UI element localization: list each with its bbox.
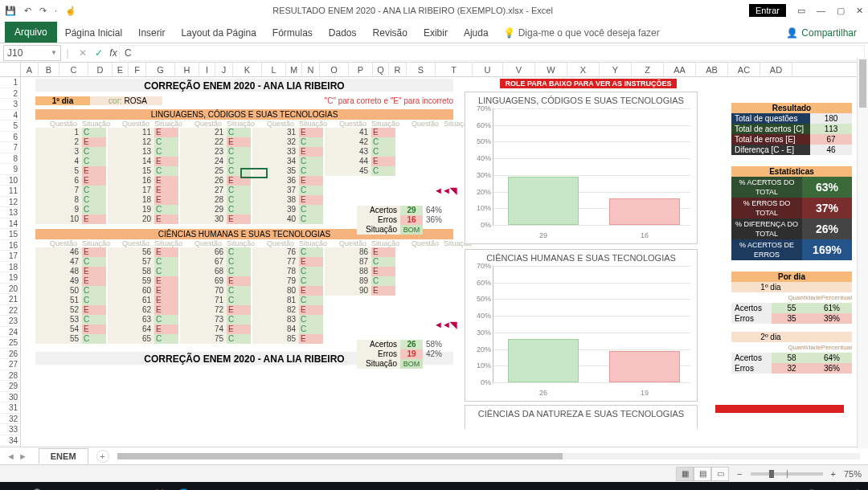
question-row[interactable]: 54E <box>35 325 108 334</box>
question-row[interactable]: 1C <box>35 128 108 137</box>
question-row[interactable]: 65C <box>108 334 180 344</box>
row-12[interactable]: 12 <box>0 197 20 208</box>
tab-help[interactable]: Ajuda <box>456 23 497 43</box>
row-22[interactable]: 22 <box>0 305 20 316</box>
view-normal-icon[interactable]: ▦ <box>676 467 694 481</box>
chrome-icon[interactable]: ◉ <box>125 484 145 490</box>
app-icon[interactable]: ▣ <box>391 484 410 490</box>
row-20[interactable]: 20 <box>0 284 20 295</box>
question-row[interactable]: 41E <box>325 128 397 137</box>
question-row[interactable]: 47C <box>35 257 108 267</box>
col-M[interactable]: M <box>286 63 302 76</box>
col-G[interactable]: G <box>146 63 175 76</box>
app-icon[interactable]: ▣ <box>415 484 434 490</box>
question-row[interactable]: 61E <box>108 296 180 305</box>
question-row[interactable]: 2E <box>35 137 108 147</box>
question-row[interactable]: 32C <box>252 137 325 147</box>
zoom-value[interactable]: 75% <box>844 469 862 479</box>
tab-view[interactable]: Exibir <box>416 23 456 43</box>
tell-me-box[interactable]: 💡Diga-me o que você deseja fazer <box>497 23 666 43</box>
question-row[interactable]: 7C <box>35 186 108 195</box>
row-2[interactable]: 2 <box>0 88 20 100</box>
question-row[interactable]: 37C <box>252 186 325 195</box>
row-28[interactable]: 28 <box>0 370 20 382</box>
row-29[interactable]: 29 <box>0 381 20 392</box>
question-row[interactable]: 24C <box>180 157 252 166</box>
question-row[interactable]: 21C <box>180 128 252 137</box>
question-row[interactable]: 62E <box>108 305 180 315</box>
question-row[interactable]: 26E <box>180 176 252 186</box>
row-14[interactable]: 14 <box>0 218 20 230</box>
col-X[interactable]: X <box>567 63 600 76</box>
question-row[interactable]: 13C <box>108 147 180 157</box>
question-row[interactable]: 81C <box>252 296 325 305</box>
question-row[interactable]: 28C <box>180 195 252 205</box>
column-headers[interactable]: ABCDEFGHIJKLMNOPQRSTUVWXYZAAABACAD <box>0 63 868 77</box>
question-row[interactable]: 85E <box>252 334 325 344</box>
question-row[interactable]: 25C <box>180 166 252 176</box>
taskview-icon[interactable]: ▭ <box>53 484 72 490</box>
row-8[interactable]: 8 <box>0 153 20 165</box>
tab-file[interactable]: Arquivo <box>5 22 57 43</box>
col-AD[interactable]: AD <box>760 63 792 76</box>
row-30[interactable]: 30 <box>0 392 20 403</box>
ribbon-options-icon[interactable]: ▭ <box>797 6 805 16</box>
row-31[interactable]: 31 <box>0 402 20 414</box>
question-row[interactable]: 55C <box>35 334 108 344</box>
question-row[interactable]: 14E <box>108 157 180 166</box>
zoom-out-button[interactable]: − <box>737 469 742 479</box>
question-row[interactable]: 43C <box>325 147 397 157</box>
mail-icon[interactable]: ✉ <box>101 484 121 490</box>
question-row[interactable]: 78C <box>252 267 325 276</box>
chart-natureza-peek[interactable]: CIÊNCIAS DA NATUREZA E SUAS TECNOLOGIAS <box>465 405 698 429</box>
question-row[interactable]: 30E <box>180 214 252 224</box>
question-row[interactable]: 16E <box>108 176 180 186</box>
row-34[interactable]: 34 <box>0 435 20 447</box>
app-icon[interactable]: ▣ <box>294 484 313 490</box>
question-row[interactable]: 77E <box>252 257 325 267</box>
app-icon[interactable]: ▣ <box>270 484 289 490</box>
col-Q[interactable]: Q <box>373 63 389 76</box>
col-I[interactable]: I <box>199 63 215 76</box>
question-row[interactable]: 90E <box>325 286 397 296</box>
explorer-icon[interactable]: 📁 <box>77 484 96 490</box>
col-L[interactable]: L <box>262 63 286 76</box>
question-row[interactable]: 50C <box>35 286 108 296</box>
app-icon[interactable]: ▣ <box>246 484 265 490</box>
row-1[interactable]: 1 <box>0 77 20 88</box>
question-row[interactable]: 42C <box>325 137 397 147</box>
app-icon[interactable]: ▣ <box>318 484 338 490</box>
question-row[interactable]: 83C <box>252 315 325 325</box>
question-row[interactable]: 18E <box>108 195 180 205</box>
question-row[interactable]: 51C <box>35 296 108 305</box>
row-25[interactable]: 25 <box>0 337 20 349</box>
row-3[interactable]: 3 <box>0 99 20 110</box>
app-icon[interactable]: ▣ <box>342 484 362 490</box>
question-row[interactable]: 82E <box>252 305 325 315</box>
row-11[interactable]: 11 <box>0 186 20 197</box>
signin-button[interactable]: Entrar <box>749 4 786 17</box>
question-row[interactable]: 23C <box>180 147 252 157</box>
question-row[interactable]: 38E <box>252 195 325 205</box>
minimize-icon[interactable]: — <box>817 6 825 15</box>
col-H[interactable]: H <box>175 63 199 76</box>
question-row[interactable]: 59E <box>108 276 180 286</box>
row-15[interactable]: 15 <box>0 229 20 240</box>
question-row[interactable]: 15C <box>108 166 180 176</box>
save-icon[interactable]: 💾 <box>5 6 16 16</box>
tab-home[interactable]: Página Inicial <box>57 23 130 43</box>
search-icon[interactable]: 🔍 <box>29 484 48 490</box>
question-row[interactable]: 72E <box>180 305 252 315</box>
question-row[interactable]: 49E <box>35 276 108 286</box>
question-row[interactable]: 29C <box>180 205 252 214</box>
question-row[interactable]: 87C <box>325 257 397 267</box>
row-17[interactable]: 17 <box>0 251 20 262</box>
fx-icon[interactable]: fx <box>108 47 119 59</box>
col-B[interactable]: B <box>39 63 59 76</box>
touch-icon[interactable]: ☝ <box>65 6 76 16</box>
question-row[interactable]: 10E <box>35 214 108 224</box>
add-sheet-button[interactable]: + <box>96 450 109 463</box>
col-W[interactable]: W <box>535 63 567 76</box>
question-row[interactable]: 79C <box>252 276 325 286</box>
spreadsheet-grid[interactable]: CORREÇÃO ENEM 2020 - ANA LIA RIBEIRO 1º … <box>21 77 868 447</box>
